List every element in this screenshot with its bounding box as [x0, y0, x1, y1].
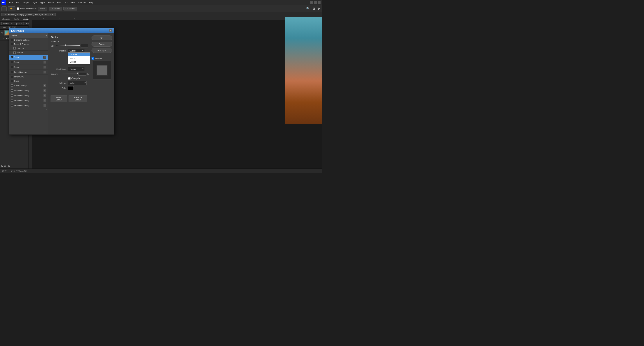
overprint-checkbox[interactable] [68, 77, 70, 80]
opacity-input-dialog[interactable]: 100 [78, 72, 86, 76]
fit-screen-button[interactable]: Fit Screen [49, 7, 62, 11]
gradient-overlay2-add-btn[interactable]: + [43, 94, 46, 97]
preview-checkbox-label[interactable]: Preview [92, 57, 112, 60]
make-default-button[interactable]: Make Default [50, 95, 67, 102]
sidebar-item-gradient-overlay-2[interactable]: Gradient Overlay + [9, 93, 48, 98]
delete-layer-button[interactable]: 🗑 [8, 165, 10, 168]
toolbar-bar: ⌂ ✋▾ Scroll All Windows 100% Fit Screen … [0, 5, 322, 12]
sidebar-item-contour[interactable]: Contour [9, 46, 48, 51]
sidebar-item-inner-shadow[interactable]: Inner Shadow + [9, 70, 48, 75]
gradient-overlay1-checkbox[interactable] [11, 89, 13, 92]
dialog-close-button[interactable]: ✕ [109, 29, 112, 32]
bevel-emboss-checkbox[interactable] [11, 43, 13, 45]
menu-window[interactable]: Window [77, 1, 88, 4]
sidebar-item-color-overlay[interactable]: Color Overlay + [9, 83, 48, 88]
maximize-button[interactable]: □ [314, 1, 317, 4]
color-overlay-add-btn[interactable]: + [43, 84, 46, 87]
stroke3-checkbox[interactable] [11, 66, 13, 68]
sidebar-item-stroke-3[interactable]: Stroke + [9, 65, 48, 70]
minimize-button[interactable]: ─ [310, 1, 313, 4]
color-overlay-checkbox[interactable] [11, 84, 13, 87]
status-arrow-btn[interactable]: › [29, 170, 30, 172]
canvas-rotate-icon-btn[interactable]: ⊡ [312, 7, 316, 11]
texture-checkbox[interactable] [14, 52, 16, 54]
stroke3-add-btn[interactable]: + [43, 66, 46, 69]
layer-style-dialog[interactable]: Layer Style ✕ Styles ▲ Blending Options [9, 28, 114, 135]
menu-image[interactable]: Image [21, 1, 30, 4]
fill-type-select[interactable]: Color [68, 81, 86, 85]
opacity-slider-thumb[interactable] [76, 73, 79, 74]
eye-icon-eff[interactable]: 👁 [3, 37, 5, 40]
gradient-overlay3-checkbox[interactable] [11, 99, 13, 102]
opacity-slider[interactable] [59, 74, 78, 74]
gradient-overlay2-checkbox[interactable] [11, 94, 13, 97]
ok-button[interactable]: OK [92, 36, 112, 40]
sidebar-item-gradient-overlay-3[interactable]: Gradient Overlay + [9, 98, 48, 103]
search-icon-btn[interactable]: 🔍 [306, 7, 310, 11]
sidebar-item-blending-options[interactable]: Blending Options [9, 38, 48, 42]
sidebar-item-inner-glow[interactable]: Inner Glow [9, 75, 48, 79]
inner-shadow-checkbox[interactable] [11, 71, 13, 73]
spacer [92, 54, 112, 56]
color-swatch[interactable] [68, 86, 74, 90]
size-input[interactable]: 13 [81, 44, 88, 48]
document-tab[interactable]: cat-2068462_1920.jpg @ 100% (Layer 0, RG… [2, 13, 56, 16]
new-style-button[interactable]: New Style... [92, 48, 112, 53]
fx-button[interactable]: fx [1, 165, 3, 168]
menu-help[interactable]: Help [87, 1, 95, 4]
position-option-inside[interactable]: Inside [68, 56, 90, 60]
reset-to-default-button[interactable]: Reset to Default [68, 95, 87, 102]
stroke-active-add-btn[interactable]: + [43, 56, 46, 59]
menu-file[interactable]: File [8, 1, 14, 4]
gradient-overlay3-add-btn[interactable]: + [43, 99, 46, 102]
menu-3d[interactable]: 3D [63, 1, 69, 4]
preview-checkbox[interactable] [92, 57, 94, 60]
tab-channels[interactable]: Channels [0, 17, 12, 21]
sidebar-item-stroke-active[interactable]: ✓ Stroke + [9, 55, 48, 60]
share-icon-btn[interactable]: ⊕ [317, 7, 320, 11]
satin-checkbox[interactable] [11, 80, 13, 82]
eye-icon-0[interactable]: 👁 [1, 32, 3, 34]
menu-view[interactable]: View [69, 1, 77, 4]
menu-edit[interactable]: Edit [14, 1, 21, 4]
scroll-all-windows-checkbox[interactable] [17, 7, 19, 10]
document-tab-close[interactable]: ✕ [52, 14, 53, 16]
new-layer-button[interactable]: ⊞ [4, 165, 6, 168]
sidebar-item-stroke-2[interactable]: Stroke + [9, 60, 48, 65]
close-button[interactable]: ✕ [318, 1, 320, 4]
size-slider[interactable] [56, 46, 80, 46]
menu-select[interactable]: Select [46, 1, 55, 4]
blending-options-checkbox[interactable] [11, 39, 13, 41]
gradient-overlay4-checkbox[interactable] [11, 104, 13, 107]
menu-type[interactable]: Type [38, 1, 46, 4]
inner-shadow-add-btn[interactable]: + [43, 71, 46, 74]
sidebar-item-texture[interactable]: Texture [9, 51, 48, 55]
gradient-overlay4-add-btn[interactable]: + [43, 104, 46, 107]
menu-layer[interactable]: Layer [30, 1, 38, 4]
position-dropdown[interactable]: Outside ▾ [68, 49, 85, 53]
stroke2-add-btn[interactable]: + [43, 61, 46, 64]
cancel-button[interactable]: Cancel [92, 42, 112, 47]
contour-checkbox[interactable] [14, 47, 16, 50]
sidebar-item-gradient-overlay-1[interactable]: Gradient Overlay + [9, 88, 48, 93]
size-slider-thumb[interactable] [64, 44, 67, 46]
position-option-outside[interactable]: Outside [68, 53, 90, 56]
sidebar-item-satin[interactable]: Satin [9, 79, 48, 83]
blend-mode-select[interactable]: Normal [2, 22, 13, 25]
stroke-active-checkbox[interactable]: ✓ [11, 56, 13, 58]
menu-filter[interactable]: Filter [55, 1, 63, 4]
tab-paths[interactable]: Paths [12, 17, 21, 21]
inner-glow-checkbox[interactable] [11, 76, 13, 78]
stroke2-checkbox[interactable] [11, 61, 13, 63]
scroll-all-windows-checkbox-label[interactable]: Scroll All Windows [17, 7, 36, 10]
blend-mode-select-dialog[interactable]: Normal [68, 67, 85, 71]
gradient-overlay1-add-btn[interactable]: + [43, 89, 46, 92]
sidebar-item-bevel-emboss[interactable]: Bevel & Emboss [9, 42, 48, 46]
sidebar-item-gradient-overlay-4[interactable]: Gradient Overlay + [9, 103, 48, 108]
sidebar-scroll-up-btn[interactable]: ▲ [45, 34, 47, 36]
zoom-display[interactable]: 100% [38, 7, 47, 11]
position-option-center[interactable]: Center [68, 60, 90, 64]
fill-screen-button[interactable]: Fill Screen [64, 7, 77, 11]
nav-home-button[interactable]: ⌂ [2, 7, 6, 11]
nav-hand-button[interactable]: ✋▾ [8, 7, 16, 11]
